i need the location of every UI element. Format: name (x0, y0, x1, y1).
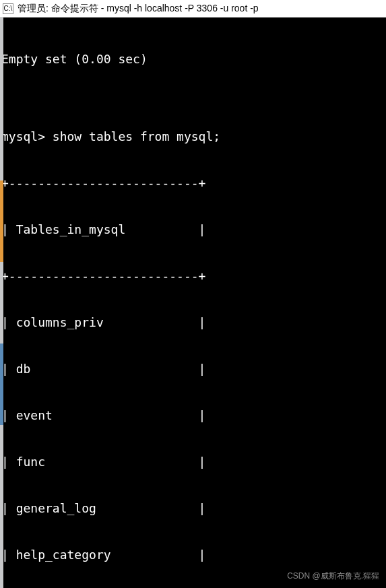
table-border: +--------------------------+ (0, 268, 386, 284)
table-row: | func | (0, 454, 386, 469)
left-edge-decoration (0, 18, 3, 588)
cmd-icon: C:\ (3, 3, 13, 14)
cmd-window: C:\ 管理员: 命令提示符 - mysql -h localhost -P 3… (0, 0, 386, 588)
status-line: Empty set (0.00 sec) (0, 51, 386, 67)
table-header: | Tables_in_mysql | (0, 222, 386, 237)
table-row: | general_log | (0, 500, 386, 516)
table-border: +--------------------------+ (0, 175, 386, 191)
command-line: mysql> show tables from mysql; (0, 129, 386, 144)
window-title: 管理员: 命令提示符 - mysql -h localhost -P 3306 … (18, 3, 259, 15)
terminal-area[interactable]: Empty set (0.00 sec) mysql> show tables … (0, 18, 386, 588)
table-row: | event | (0, 407, 386, 423)
titlebar[interactable]: C:\ 管理员: 命令提示符 - mysql -h localhost -P 3… (0, 0, 386, 18)
table-row: | db | (0, 361, 386, 377)
watermark-text: CSDN @威斯布鲁克.猩猩 (287, 568, 379, 584)
table-row: | columns_priv | (0, 315, 386, 330)
table-row: | help_category | (0, 547, 386, 562)
